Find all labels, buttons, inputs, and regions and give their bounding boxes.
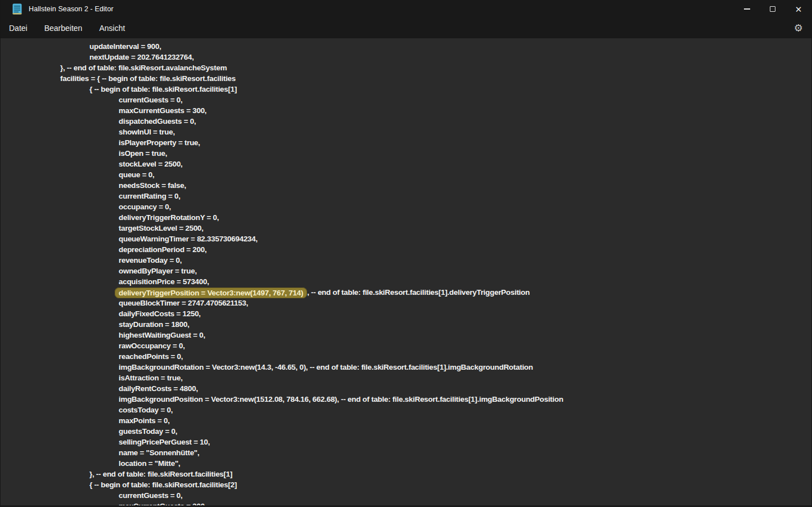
code-line: deliveryTriggerRotationY = 0, xyxy=(1,212,811,223)
code-line: queue = 0, xyxy=(1,169,811,180)
code-line: maxCurrentGuests = 300, xyxy=(1,105,811,116)
code-line: acquisitionPrice = 573400, xyxy=(1,276,811,287)
code-line: updateInterval = 900, xyxy=(1,41,811,52)
code-line: targetStockLevel = 2500, xyxy=(1,223,811,234)
menu-item-datei[interactable]: Datei xyxy=(1,20,36,37)
code-line: rawOccupancy = 0, xyxy=(1,340,811,351)
code-line: currentGuests = 0, xyxy=(1,490,811,501)
code-line: isPlayerProperty = true, xyxy=(1,137,811,148)
code-line: location = "Mitte", xyxy=(1,458,811,469)
code-line: stayDuration = 1800, xyxy=(1,319,811,330)
window-controls: ✕ xyxy=(734,0,811,18)
code-line: dailyFixedCosts = 1250, xyxy=(1,308,811,319)
notepad-app-icon xyxy=(12,3,22,15)
maximize-icon xyxy=(770,6,775,12)
code-line: { -- begin of table: file.skiResort.faci… xyxy=(1,84,811,95)
code-line: isOpen = true, xyxy=(1,148,811,159)
code-line: currentRating = 0, xyxy=(1,191,811,201)
code-line: costsToday = 0, xyxy=(1,405,811,415)
code-line: nextUpdate = 202.7641232764, xyxy=(1,52,811,62)
minimize-button[interactable] xyxy=(734,0,760,18)
code-area[interactable]: updateInterval = 900,nextUpdate = 202.76… xyxy=(1,38,811,505)
menu-item-bearbeiten[interactable]: Bearbeiten xyxy=(36,20,91,37)
highlighted-value: deliveryTriggerPosition = Vector3:new(14… xyxy=(115,288,307,298)
code-line: queueWarningTimer = 82.335730694234, xyxy=(1,234,811,244)
code-line: dispatchedGuests = 0, xyxy=(1,116,811,127)
code-line: queueBlockTimer = 2747.4705621153, xyxy=(1,298,811,308)
code-line: sellingPricePerGuest = 10, xyxy=(1,437,811,447)
maximize-button[interactable] xyxy=(760,0,786,18)
code-line: imgBackgroundRotation = Vector3:new(14.3… xyxy=(1,362,811,373)
code-line: name = "Sonnenhütte", xyxy=(1,447,811,458)
app-window: Hallstein Season 2 - Editor ✕ Datei Bear… xyxy=(0,0,812,507)
code-line: maxCurrentGuests = 300, xyxy=(1,501,811,505)
code-line: deliveryTriggerPosition = Vector3:new(14… xyxy=(1,287,811,298)
minimize-icon xyxy=(744,8,750,10)
code-line: isAttraction = true, xyxy=(1,373,811,383)
code-line: needsStock = false, xyxy=(1,180,811,191)
code-line: maxPoints = 0, xyxy=(1,415,811,426)
code-line: reachedPoints = 0, xyxy=(1,351,811,362)
code-line: currentGuests = 0, xyxy=(1,95,811,105)
code-line: }, -- end of table: file.skiResort.avala… xyxy=(1,62,811,73)
code-line: }, -- end of table: file.skiResort.facil… xyxy=(1,469,811,479)
close-button[interactable]: ✕ xyxy=(786,0,811,18)
code-line: dailyRentCosts = 4800, xyxy=(1,383,811,394)
code-line: occupancy = 0, xyxy=(1,201,811,212)
code-line: ownedByPlayer = true, xyxy=(1,266,811,276)
code-line: highestWaitingGuest = 0, xyxy=(1,330,811,340)
gear-icon[interactable]: ⚙ xyxy=(794,23,803,33)
code-line: imgBackgroundPosition = Vector3:new(1512… xyxy=(1,394,811,405)
menu-item-ansicht[interactable]: Ansicht xyxy=(91,20,133,37)
code-line: guestsToday = 0, xyxy=(1,426,811,437)
window-title: Hallstein Season 2 - Editor xyxy=(29,5,114,13)
code-line: { -- begin of table: file.skiResort.faci… xyxy=(1,479,811,490)
code-line: stockLevel = 2500, xyxy=(1,159,811,169)
code-line: revenueToday = 0, xyxy=(1,255,811,266)
menu-bar: Datei Bearbeiten Ansicht ⚙ xyxy=(1,18,811,38)
title-bar: Hallstein Season 2 - Editor ✕ xyxy=(1,0,811,18)
code-line: showInUI = true, xyxy=(1,127,811,137)
code-line: facilities = { -- begin of table: file.s… xyxy=(1,73,811,84)
code-line: depreciationPeriod = 200, xyxy=(1,244,811,255)
close-icon: ✕ xyxy=(795,5,802,14)
